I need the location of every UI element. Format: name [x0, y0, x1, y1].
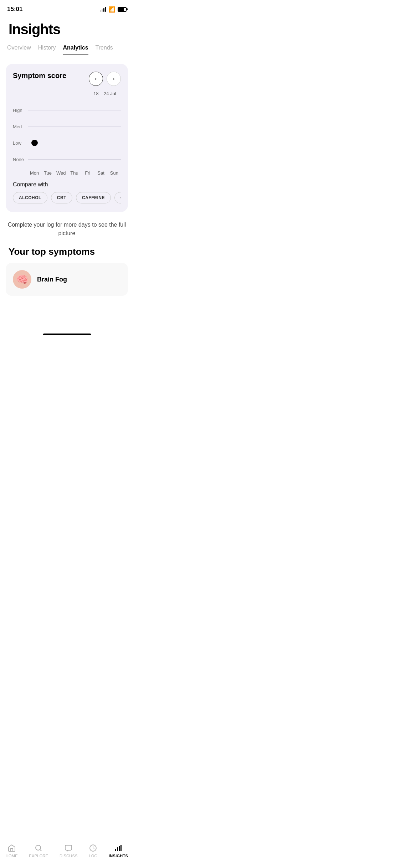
y-label-low: Low: [13, 140, 28, 146]
signal-icon: [100, 7, 106, 12]
tab-overview[interactable]: Overview: [7, 45, 31, 55]
top-symptoms-title: Your top symptoms: [0, 238, 134, 263]
wifi-icon: 📶: [108, 6, 115, 13]
symptom-card-brain-fog: 🧠 Brain Fog: [6, 263, 128, 296]
x-label-sat: Sat: [96, 170, 106, 176]
chart-line-high: [28, 110, 121, 110]
x-label-tue: Tue: [42, 170, 53, 176]
chart-x-axis: Mon Tue Wed Thu Fri Sat Sun: [13, 170, 121, 176]
x-label-sun: Sun: [109, 170, 119, 176]
x-label-mon: Mon: [29, 170, 40, 176]
y-label-med: Med: [13, 124, 28, 129]
y-label-none: None: [13, 157, 28, 162]
card-header: Symptom score ‹ › 18 – 24 Jul: [13, 72, 121, 96]
y-label-high: High: [13, 108, 28, 113]
card-title: Symptom score: [13, 72, 66, 80]
symptom-name-brain-fog: Brain Fog: [37, 276, 67, 283]
chart-row-low: Low: [13, 135, 121, 151]
date-range: 18 – 24 Jul: [93, 91, 116, 96]
chart-row-med: Med: [13, 118, 121, 135]
chip-caffeine[interactable]: CAFFEINE: [76, 192, 111, 203]
x-label-fri: Fri: [82, 170, 93, 176]
chart-line-med: [28, 126, 121, 127]
chip-cbt[interactable]: CBT: [51, 192, 72, 203]
compare-section: Compare with ALCOHOL CBT CAFFEINE COLD C…: [13, 181, 121, 205]
symptom-chart: High Med Low None: [13, 102, 121, 176]
x-label-thu: Thu: [69, 170, 79, 176]
info-text: Complete your log for more days to see t…: [0, 212, 134, 238]
battery-icon: [118, 7, 127, 12]
chart-line-low: [28, 143, 121, 143]
status-icons: 📶: [100, 6, 127, 13]
tab-history[interactable]: History: [38, 45, 56, 55]
chip-alcohol[interactable]: ALCOHOL: [13, 192, 47, 203]
data-point-dot: [31, 140, 38, 146]
prev-button[interactable]: ‹: [89, 72, 103, 86]
nav-controls: ‹ › 18 – 24 Jul: [89, 72, 121, 96]
next-button[interactable]: ›: [107, 72, 121, 86]
page-title: Insights: [0, 16, 134, 37]
chart-row-none: None: [13, 151, 121, 167]
status-bar: 15:01 📶: [0, 0, 134, 16]
x-label-wed: Wed: [56, 170, 66, 176]
chart-row-high: High: [13, 102, 121, 118]
tab-analytics[interactable]: Analytics: [63, 45, 88, 55]
chart-line-none: [28, 159, 121, 160]
chart-y-axis: High Med Low None: [13, 102, 121, 167]
status-time: 15:01: [7, 6, 22, 13]
chip-cold[interactable]: COLD: [114, 192, 121, 203]
symptom-score-card: Symptom score ‹ › 18 – 24 Jul High Med: [6, 64, 128, 212]
home-indicator: [43, 334, 91, 335]
nav-row: ‹ ›: [89, 72, 121, 86]
compare-chips: ALCOHOL CBT CAFFEINE COLD COMMUTING: [13, 192, 121, 205]
brain-fog-icon: 🧠: [13, 270, 31, 289]
compare-title: Compare with: [13, 181, 121, 188]
tab-bar: Overview History Analytics Trends: [0, 37, 134, 55]
tab-trends[interactable]: Trends: [96, 45, 113, 55]
